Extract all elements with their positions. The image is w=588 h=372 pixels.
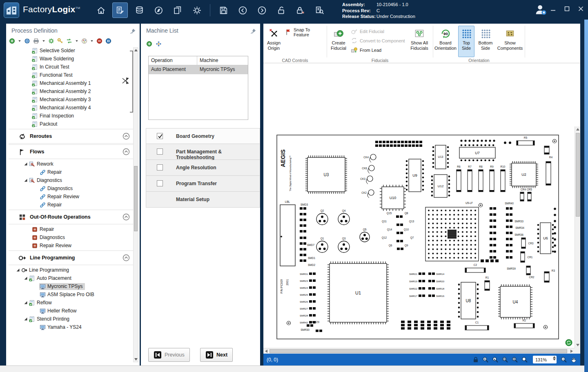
show-components-button[interactable]: Show Components: [497, 26, 523, 57]
minimize-button[interactable]: [548, 4, 558, 13]
tree-item-rework[interactable]: Rework: [6, 160, 140, 168]
documents-button[interactable]: [170, 2, 185, 18]
globe-icon[interactable]: [24, 38, 30, 44]
expander-icon[interactable]: [24, 276, 28, 280]
next-button[interactable]: Next: [200, 348, 233, 362]
tree-item-in-circuit-test[interactable]: In Circuit Test: [6, 63, 140, 71]
section-header-line-programming[interactable]: Line Programming: [6, 252, 140, 264]
section-header-out-of-route-operations[interactable]: Out-Of-Route Operations: [6, 211, 140, 223]
home-button[interactable]: [93, 2, 109, 18]
pause-icon[interactable]: [105, 38, 111, 44]
close-button[interactable]: [576, 4, 586, 13]
magnifier-icon[interactable]: [521, 356, 528, 363]
remove-icon[interactable]: [96, 38, 102, 44]
tree-item-mycronic-tpsys[interactable]: Mycronic TPSys: [6, 282, 140, 290]
tree-item-diagnostics[interactable]: Diagnostics: [6, 176, 140, 184]
tree-item-reflow[interactable]: Reflow: [6, 299, 140, 307]
scroll-left-arrow[interactable]: [263, 348, 269, 354]
snap-to-feature-button[interactable]: Snap To Feature: [285, 28, 327, 36]
tree-item-repair-review[interactable]: Repair Review: [6, 241, 140, 250]
board-orientation-button[interactable]: 90 Board Orientation: [434, 26, 457, 57]
section-header-reroutes[interactable]: Reroutes: [6, 130, 140, 142]
caret-icon[interactable]: [18, 38, 21, 44]
step-program-transfer[interactable]: Program Transfer: [146, 176, 260, 192]
find-button[interactable]: [312, 2, 327, 18]
magnifier-page-icon[interactable]: [512, 356, 518, 363]
step-material-setup[interactable]: Material Setup: [146, 192, 260, 208]
pan-icon[interactable]: [570, 356, 577, 363]
step-board-geometry[interactable]: Board Geometry: [146, 128, 260, 144]
assign-origin-button[interactable]: Assign Origin: [265, 26, 283, 57]
tree-item-repair[interactable]: Repair: [6, 201, 140, 209]
swap-icon[interactable]: [66, 38, 72, 44]
step-checkbox[interactable]: [157, 133, 163, 139]
scroll-up-arrow[interactable]: [575, 126, 580, 132]
tree-item-mechanical-assembly-4[interactable]: Mechanical Assembly 4: [6, 104, 140, 112]
tree-item-packout[interactable]: Packout: [6, 120, 140, 128]
collapse-section-button[interactable]: [122, 148, 130, 155]
bottom-side-button[interactable]: Bottom Side: [476, 26, 495, 57]
user-account-button[interactable]: [534, 3, 549, 17]
step-part-management-troubleshooting[interactable]: Part Management & Troubleshooting: [146, 144, 260, 160]
scroll-up-arrow[interactable]: [134, 48, 138, 53]
forward-button[interactable]: [254, 2, 270, 18]
fit-view-button[interactable]: [565, 339, 572, 346]
palette-icon[interactable]: [81, 38, 87, 44]
step-angle-resolution[interactable]: Angle Resolution: [146, 160, 260, 176]
tree-item-heller-reflow[interactable]: Heller Reflow: [6, 307, 140, 315]
zoom-spinner[interactable]: [553, 356, 556, 361]
caret-icon[interactable]: [75, 38, 78, 44]
tree-item-mechanical-assembly-3[interactable]: Mechanical Assembly 3: [6, 95, 140, 104]
tree-item-mechanical-assembly-1[interactable]: Mechanical Assembly 1: [6, 79, 140, 87]
expander-icon[interactable]: [24, 301, 28, 305]
scroll-down-arrow[interactable]: [134, 357, 138, 362]
create-fiducial-button[interactable]: Create Fiducial: [329, 26, 348, 57]
save-button[interactable]: [216, 2, 231, 18]
tree-item-asm-siplace-pro-oib[interactable]: ASM Siplace Pro OIB: [6, 290, 140, 299]
edit-button[interactable]: [112, 2, 128, 18]
magnifier-pointer-icon[interactable]: [492, 356, 499, 363]
add-icon[interactable]: [146, 41, 152, 47]
pin-icon[interactable]: [250, 28, 256, 34]
step-checkbox[interactable]: [157, 164, 163, 170]
column-header-operation[interactable]: Operation: [149, 56, 197, 65]
tree-item-stencil-printing[interactable]: Stencil Printing: [6, 315, 140, 323]
scrollbar-thumb[interactable]: [270, 349, 567, 353]
tree-item-wave-soldering[interactable]: Wave Soldering: [6, 55, 140, 63]
magnifier-plus-icon[interactable]: [482, 356, 489, 363]
collapse-section-button[interactable]: [122, 254, 130, 261]
tree-item-repair[interactable]: Repair: [6, 225, 140, 233]
cad-canvas[interactable]: AEGISThe Digital Mind of Manufacturing™L…: [263, 63, 580, 354]
tree-item-diagnostics[interactable]: Diagnostics: [6, 233, 140, 241]
scrollbar-thumb[interactable]: [134, 166, 138, 231]
expander-icon[interactable]: [24, 162, 28, 166]
convert-to-component-button[interactable]: Convert to Component: [351, 36, 405, 45]
collapse-section-button[interactable]: [122, 213, 130, 221]
tree-item-selective-solder[interactable]: Selective Solder: [6, 46, 140, 55]
lock-icon[interactable]: [472, 356, 479, 363]
step-checkbox[interactable]: [157, 180, 163, 186]
collapse-section-button[interactable]: [122, 133, 130, 140]
section-header-flows[interactable]: Flows: [6, 146, 140, 158]
from-lead-button[interactable]: From Lead: [351, 46, 381, 54]
tree-item-line-programming[interactable]: Line Programming: [6, 266, 140, 274]
database-button[interactable]: [131, 2, 147, 18]
caret-icon[interactable]: [42, 38, 45, 44]
navigate-button[interactable]: [151, 2, 166, 18]
scroll-down-arrow[interactable]: [575, 342, 580, 348]
tree-item-diagnostics[interactable]: Diagnostics: [6, 184, 140, 193]
expander-icon[interactable]: [16, 268, 20, 272]
back-button[interactable]: [235, 2, 250, 18]
top-side-button[interactable]: Top Side: [458, 26, 474, 57]
machine-table-row[interactable]: Auto PlacementMycronic TPSys: [149, 65, 248, 74]
edit-fiducial-button[interactable]: Edit Fiducial: [351, 27, 384, 35]
print-icon[interactable]: [33, 38, 39, 44]
step-checkbox[interactable]: [157, 148, 163, 155]
pcb-board-view[interactable]: AEGISThe Digital Mind of Manufacturing™L…: [276, 135, 559, 339]
unlock-button[interactable]: [273, 2, 289, 18]
caret-icon[interactable]: [90, 38, 94, 44]
canvas-horizontal-scrollbar[interactable]: [263, 348, 575, 354]
scroll-right-arrow[interactable]: [569, 348, 575, 354]
gear-green-icon[interactable]: [48, 38, 54, 44]
expander-icon[interactable]: [24, 317, 28, 321]
